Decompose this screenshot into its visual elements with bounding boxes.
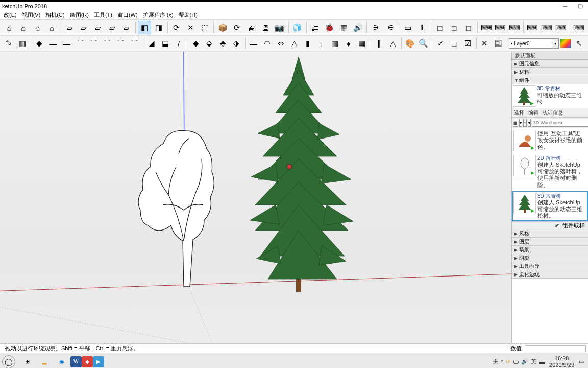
toolbar-button[interactable]: 🧊 xyxy=(291,21,304,34)
toolbar-button[interactable]: ⬙ xyxy=(203,37,216,50)
toolbar-button[interactable]: ⌨ xyxy=(480,21,493,34)
app-icon[interactable]: ▶ xyxy=(93,356,104,367)
section-layers[interactable]: ▶图层 xyxy=(512,238,588,246)
explorer-icon[interactable]: ▂ xyxy=(36,354,53,369)
section-materials[interactable]: ▶材料 xyxy=(512,68,588,76)
toolbar-button[interactable]: ⌒ xyxy=(128,37,141,50)
toolbar-button[interactable]: ⌒ xyxy=(87,37,100,50)
tray-up-icon[interactable]: ^ xyxy=(501,359,503,365)
section-instructor[interactable]: ▶工具向导 xyxy=(512,262,588,270)
menu-edit[interactable]: 改(E) xyxy=(1,11,19,19)
toolbar-button[interactable]: ⌂ xyxy=(17,21,30,34)
viewport-3d[interactable] xyxy=(0,52,511,343)
toolbar-button[interactable]: ▱ xyxy=(63,21,77,34)
maximize-button[interactable]: ▢ xyxy=(573,1,588,11)
section-style[interactable]: ▶风格 xyxy=(512,229,588,238)
start-button[interactable]: ◯ xyxy=(2,355,15,369)
layer-select[interactable]: • Layer0 xyxy=(509,38,552,49)
section-entity-info[interactable]: ▶图元信息 xyxy=(512,60,588,68)
tray-volume-icon[interactable]: 🔊 xyxy=(521,358,528,365)
toolbar-button[interactable]: 🔊 xyxy=(351,21,364,34)
toolbar-button[interactable]: ▱ xyxy=(106,21,119,34)
toolbar-button[interactable]: 🐞 xyxy=(323,21,336,34)
list-item-selected[interactable]: ▶ 3D 常青树创建人 SketchUp 可缩放的动态三维松树。 xyxy=(512,191,588,222)
toolbar-button[interactable]: ▦ xyxy=(356,37,369,50)
toolbar-button[interactable]: ⚞ xyxy=(369,21,382,34)
layer-color-button[interactable] xyxy=(559,37,572,50)
nav-dropdown[interactable]: ▾ xyxy=(528,119,531,127)
sketchup-icon[interactable]: ◆ xyxy=(82,356,93,367)
toolbar-button[interactable]: ⬘ xyxy=(216,37,229,50)
toolbar-button[interactable]: ▱ xyxy=(120,21,133,34)
toolbar-button[interactable]: ▥ xyxy=(16,37,29,50)
toolbar-button[interactable]: □ xyxy=(448,37,460,50)
toolbar-button[interactable]: ⌨ xyxy=(572,21,585,34)
list-item[interactable]: ▶ 2D 落叶树创建人 SketchUp 可缩放的落叶树，使用落新树时删除。 xyxy=(512,153,588,191)
toolbar-button[interactable]: ∥ xyxy=(373,37,386,50)
toolbar-button[interactable]: ⌂ xyxy=(31,21,44,34)
toolbar-button[interactable]: ⇔ xyxy=(275,37,287,50)
minimize-button[interactable]: ─ xyxy=(557,1,573,11)
toolbar-button[interactable]: ⌒ xyxy=(101,37,114,50)
toolbar-button[interactable]: ◨ xyxy=(152,21,165,34)
toolbar-button[interactable]: — xyxy=(248,37,260,50)
toolbar-button[interactable]: ▱ xyxy=(77,21,90,34)
toolbar-button[interactable]: ⌒ xyxy=(74,37,87,50)
section-soften[interactable]: ▶柔化边线 xyxy=(512,270,588,279)
toolbar-button[interactable]: ▭ xyxy=(401,21,414,34)
tab-edit[interactable]: 编辑 xyxy=(528,109,538,117)
word-icon[interactable]: W xyxy=(70,356,82,367)
toolbar-button[interactable]: ℹ xyxy=(415,21,429,34)
toolbar-button[interactable]: — xyxy=(60,37,73,50)
edge-icon[interactable]: ◉ xyxy=(53,354,70,369)
view-grid-button[interactable]: ▦ xyxy=(513,119,518,127)
toolbar-button[interactable]: ⌨ xyxy=(526,21,539,34)
tab-stats[interactable]: 统计信息 xyxy=(543,109,563,117)
toolbar-button[interactable]: ▦ xyxy=(337,21,351,34)
toolbar-button[interactable]: ✎ xyxy=(3,37,15,50)
view-list-button[interactable]: ▾ xyxy=(519,119,522,127)
toolbar-button[interactable]: ◢ xyxy=(145,37,158,50)
tray-sync-icon[interactable]: ⟳ xyxy=(506,358,510,365)
toolbar-button[interactable]: △ xyxy=(288,37,301,50)
toolbar-button[interactable]: ◆ xyxy=(189,37,202,50)
toolbar-button[interactable]: 📦 xyxy=(216,21,229,34)
toolbar-button[interactable]: □ xyxy=(462,21,475,34)
toolbar-button[interactable]: ⚟ xyxy=(383,21,397,34)
toolbar-button[interactable]: ⟳ xyxy=(170,21,183,34)
toolbar-button[interactable]: ▮ xyxy=(302,37,314,50)
list-item[interactable]: ▶ 使用“互动工具”更改女孩衬衫毛的颜色。 xyxy=(512,128,588,153)
menu-camera[interactable]: 相机(C) xyxy=(43,11,67,19)
tray-battery-icon[interactable]: ▬ xyxy=(539,359,545,365)
tray-icon[interactable]: 拼 xyxy=(493,358,498,365)
toolbar-button[interactable]: 🖶 xyxy=(259,21,272,34)
measurement-input[interactable] xyxy=(525,345,586,352)
home-button[interactable]: ⌂ xyxy=(523,119,527,127)
tray-monitor-icon[interactable]: 🖵 xyxy=(513,359,519,365)
menu-draw[interactable]: 绘图(R) xyxy=(67,11,91,19)
toolbar-button[interactable]: ✕ xyxy=(184,21,198,34)
toolbar-button[interactable]: ⬗ xyxy=(230,37,243,50)
toolbar-button[interactable]: □ xyxy=(433,21,447,34)
toolbar-button[interactable]: ⌨ xyxy=(554,21,568,34)
toolbar-button[interactable]: 📷 xyxy=(273,21,286,34)
toolbar-button[interactable]: 🖨 xyxy=(244,21,258,34)
toolbar-button[interactable]: △ xyxy=(386,37,399,50)
tray-notification-icon[interactable]: ▭ xyxy=(579,358,586,365)
tab-select[interactable]: 选择 xyxy=(514,109,524,117)
toolbar-button[interactable]: ◠ xyxy=(261,37,274,50)
menu-extensions[interactable]: 扩展程序 (x) xyxy=(140,11,176,19)
toolbar-button[interactable]: 🏷 xyxy=(309,21,322,34)
toolbar-button[interactable]: ◆ xyxy=(33,37,46,50)
toolbar-button[interactable]: ⌨ xyxy=(508,21,521,34)
toolbar-button[interactable]: / xyxy=(173,37,185,50)
toolbar-button[interactable]: ♦ xyxy=(342,37,355,50)
toolbar-button[interactable]: ✕ xyxy=(479,37,492,50)
toolbar-button[interactable]: ⟳ xyxy=(230,21,243,34)
toolbar-button[interactable]: ▥ xyxy=(329,37,341,50)
tray-ime[interactable]: 英 xyxy=(531,358,536,365)
toolbar-button[interactable]: 🔍 xyxy=(417,37,430,50)
toolbar-button[interactable]: ⌨ xyxy=(540,21,553,34)
cursor-button[interactable]: ↖ xyxy=(573,37,586,50)
section-scenes[interactable]: ▶场景 xyxy=(512,246,588,254)
